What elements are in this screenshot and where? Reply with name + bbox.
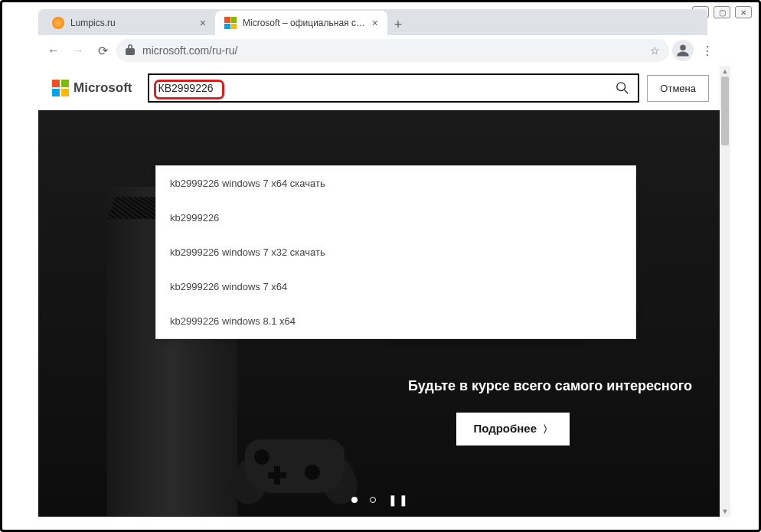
lock-icon xyxy=(126,44,135,57)
search-button[interactable] xyxy=(607,75,638,101)
vertical-scrollbar[interactable]: ▲ ▼ xyxy=(720,66,730,517)
chevron-right-icon: 〉 xyxy=(543,423,553,435)
logo-text: Microsoft xyxy=(73,80,132,96)
svg-point-0 xyxy=(617,83,625,91)
new-tab-button[interactable]: + xyxy=(387,14,409,35)
kebab-menu-icon[interactable]: ⋮ xyxy=(697,40,718,61)
carousel-pause-button[interactable]: ❚❚ xyxy=(388,494,410,506)
microsoft-logo-icon xyxy=(52,80,69,96)
hero-controller-image xyxy=(237,436,352,504)
microsoft-logo[interactable]: Microsoft xyxy=(52,80,132,96)
scroll-down-arrow[interactable]: ▼ xyxy=(720,506,730,517)
back-button[interactable]: ← xyxy=(43,40,64,61)
scrollbar-thumb[interactable] xyxy=(721,77,729,145)
tab-lumpics[interactable]: Lumpics.ru × xyxy=(43,11,215,35)
close-tab-icon[interactable]: × xyxy=(372,17,378,29)
tab-title: Microsoft – официальная стран xyxy=(243,18,366,28)
suggestion-item[interactable]: kb2999226 windows 7 x64 скачать xyxy=(156,166,635,201)
carousel-dot-active[interactable] xyxy=(351,497,358,503)
site-header: Microsoft Отмена xyxy=(38,66,723,110)
viewport: Microsoft Отмена Будьте в курсе всего са… xyxy=(38,66,723,517)
search-suggestions: kb2999226 windows 7 x64 скачать kb299922… xyxy=(155,165,636,339)
maximize-button[interactable]: ▢ xyxy=(714,6,730,18)
svg-line-1 xyxy=(625,90,629,94)
tab-microsoft[interactable]: Microsoft – официальная стран × xyxy=(215,11,387,35)
suggestion-item[interactable]: kb2999226 windows 7 x32 скачать xyxy=(156,235,635,269)
address-bar: ← → ⟳ microsoft.com/ru-ru/ ☆ ⋮ xyxy=(38,35,723,66)
cancel-button[interactable]: Отмена xyxy=(647,75,709,102)
search-input[interactable] xyxy=(149,75,608,101)
search-icon xyxy=(616,81,629,95)
carousel-controls: ❚❚ xyxy=(351,494,410,506)
hero-cta-label: Подробнее xyxy=(473,422,537,435)
scroll-up-arrow[interactable]: ▲ xyxy=(720,66,730,77)
tab-title: Lumpics.ru xyxy=(70,18,116,28)
tab-bar: Lumpics.ru × Microsoft – официальная стр… xyxy=(38,9,707,35)
omnibox[interactable]: microsoft.com/ru-ru/ ☆ xyxy=(116,39,669,62)
bookmark-icon[interactable]: ☆ xyxy=(650,44,660,57)
url-text: microsoft.com/ru-ru/ xyxy=(142,44,237,57)
favicon xyxy=(52,17,64,29)
carousel-dot[interactable] xyxy=(370,497,376,503)
hero-cta-button[interactable]: Подробнее〉 xyxy=(456,413,570,446)
reload-button[interactable]: ⟳ xyxy=(92,40,113,61)
hero-headline: Будьте в курсе всего самого интересного xyxy=(408,378,692,394)
close-tab-icon[interactable]: × xyxy=(200,17,206,29)
suggestion-item[interactable]: kb2999226 windows 7 x64 xyxy=(156,269,635,304)
search-wrap xyxy=(148,73,640,103)
suggestion-item[interactable]: kb2999226 windows 8.1 x64 xyxy=(156,304,635,338)
search-group: Отмена xyxy=(148,73,710,103)
forward-button[interactable]: → xyxy=(67,40,89,61)
favicon xyxy=(224,17,237,29)
suggestion-item[interactable]: kb2999226 xyxy=(156,201,635,235)
close-window-button[interactable]: ✕ xyxy=(735,6,752,18)
profile-avatar[interactable] xyxy=(672,40,694,61)
